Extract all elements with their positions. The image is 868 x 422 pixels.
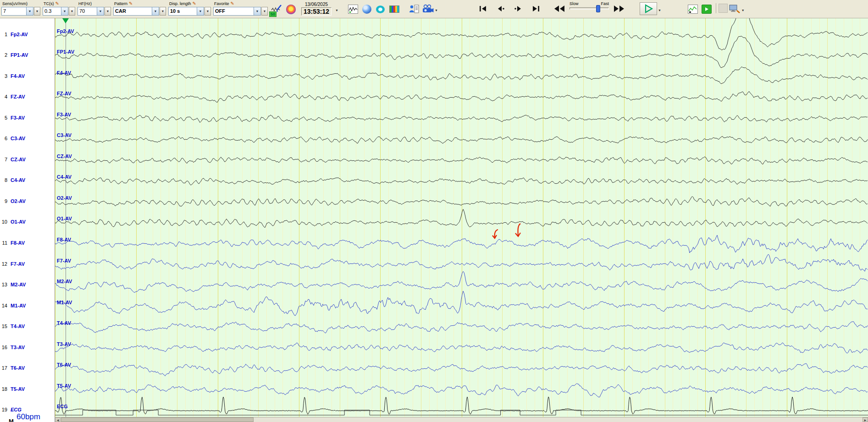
channel-row-CZ-AV[interactable]: 7CZ-AV [0,157,55,163]
edit-pencil-icon[interactable]: ✎ [193,1,196,6]
scroll-right-arrow-icon[interactable]: ▶ [862,417,868,422]
speed-slider-thumb[interactable] [596,5,600,12]
trace-label-F4-AV: F4-AV [57,70,71,76]
tc-s-history-button[interactable]: ▼ [69,7,75,16]
param-label-disp-length: Disp. length [168,1,191,6]
datetime-dropdown-icon[interactable]: ▼ [335,9,338,12]
trace-label-C4-AV: C4-AV [57,174,72,180]
chevron-down-icon[interactable]: ▼ [152,7,159,15]
channel-number: 19 [0,407,7,412]
edit-pencil-icon[interactable]: ✎ [129,1,133,6]
channel-row-T6-AV[interactable]: 17T6-AV [0,365,55,372]
channel-row-M1-AV[interactable]: 14M1-AV [0,303,55,309]
channel-row-ECG[interactable]: 19ECG [0,407,55,413]
channel-row-FP1-AV[interactable]: 2FP1-AV [0,52,55,59]
channel-row-O1-AV[interactable]: 10O1-AV [0,219,55,225]
channel-row-F3-AV[interactable]: 5F3-AV [0,115,55,121]
color-map-button[interactable] [284,3,297,16]
annotation-arrow-2-icon[interactable] [514,223,523,240]
toolbar-separator [716,3,716,13]
slow-label: Slow [569,1,579,6]
channel-row-T4-AV[interactable]: 15T4-AV [0,323,55,330]
channel-name-label: T6-AV [11,365,25,371]
step-back-button[interactable] [492,3,509,15]
eeg-trace-canvas[interactable] [55,18,868,417]
green-play-icon [702,5,712,14]
channel-number: 7 [0,157,7,162]
scroll-left-arrow-icon[interactable]: ◀ [55,417,61,422]
edit-pencil-icon[interactable]: ✎ [231,1,234,6]
time-cursor-marker-icon[interactable] [62,18,69,23]
right-toolbar-group: ▼ [686,0,746,16]
video-options-dropdown-icon[interactable]: ▼ [435,9,438,12]
workstation-settings-button[interactable] [728,3,741,16]
annotation-pen-button[interactable]: 50 [271,3,283,16]
tc-s-combobox[interactable]: 0.3▼ [43,7,68,16]
hf-hz-combobox[interactable]: 70▼ [77,7,104,16]
play-button[interactable] [640,2,657,15]
channel-row-C4-AV[interactable]: 8C4-AV [0,177,55,184]
sens-uv-mm-combobox[interactable]: 7▼ [1,7,33,16]
fast-rewind-button[interactable] [551,3,568,15]
combo-value: OFF [214,7,254,15]
chevron-down-icon[interactable]: ▼ [97,7,104,15]
step-forward-button[interactable] [510,3,526,15]
annotation-arrow-1-icon[interactable] [491,228,500,242]
toolbar: Sens(uV/mm)7▼▼TC(s)✎0.3▼▼HF(Hz)70▼▼Patte… [0,0,868,18]
horizontal-scrollbar[interactable]: ◀ ▶ [55,417,868,422]
scrollbar-thumb[interactable] [61,417,254,422]
channel-name-label: O1-AV [11,219,26,225]
channel-row-FZ-AV[interactable]: 4FZ-AV [0,94,55,100]
report-chart-button[interactable] [686,3,699,16]
channel-row-Fp2-AV[interactable]: 1Fp2-AV [0,32,55,38]
channel-row-F8-AV[interactable]: 11F8-AV [0,240,55,247]
skip-end-icon [531,5,540,12]
channel-row-T5-AV[interactable]: 18T5-AV [0,386,55,393]
channel-list: 60bpm M 1Fp2-AV2FP1-AV3F4-AV4FZ-AV5F3-AV… [0,18,55,422]
chevron-down-icon[interactable]: ▼ [26,7,33,15]
trace-label-ECG: ECG [57,404,68,409]
trace-label-FZ-AV: FZ-AV [57,91,72,96]
patient-info-button[interactable] [408,3,420,16]
more-tools-dropdown-icon[interactable]: ▼ [741,9,745,12]
auto-play-button[interactable] [700,3,713,16]
color-scale-button[interactable] [388,3,401,16]
sens-uv-mm-history-button[interactable]: ▼ [34,7,40,16]
chevron-down-icon[interactable]: ▼ [61,7,68,15]
pattern-combobox[interactable]: CAR▼ [113,7,159,16]
chevron-down-icon[interactable]: ▼ [197,7,204,15]
channel-name-label: F4-AV [11,73,25,79]
step-back-icon [496,5,505,12]
channel-number: 14 [0,303,7,308]
play-options-dropdown-icon[interactable]: ▼ [658,9,661,12]
channel-row-C3-AV[interactable]: 6C3-AV [0,136,55,142]
channel-row-M2-AV[interactable]: 13M2-AV [0,282,55,288]
param-bar: Sens(uV/mm)7▼▼TC(s)✎0.3▼▼HF(Hz)70▼▼Patte… [1,0,270,16]
channel-number: 1 [0,32,7,37]
video-button[interactable] [421,3,434,16]
chevron-down-icon[interactable]: ▼ [254,7,260,15]
favorite-combobox[interactable]: OFF▼ [213,7,261,16]
channel-row-F7-AV[interactable]: 12F7-AV [0,261,55,268]
speed-slider-track[interactable] [569,7,609,10]
channel-name-label: F3-AV [11,115,25,121]
hf-hz-history-button[interactable]: ▼ [105,7,111,16]
channel-number: 9 [0,198,7,204]
head-map-button[interactable] [360,3,373,16]
trace-label-F8-AV: F8-AV [57,237,71,242]
trend-chart-button[interactable] [347,3,359,16]
ring-map-button[interactable] [374,3,387,16]
channel-row-T3-AV[interactable]: 16T3-AV [0,345,55,351]
channel-row-F4-AV[interactable]: 3F4-AV [0,73,55,80]
disp-length-combobox[interactable]: 10 s▼ [168,7,204,16]
pattern-history-button[interactable]: ▼ [160,7,166,16]
skip-to-end-button[interactable] [527,3,544,15]
param-tc-s: TC(s)✎0.3▼▼ [43,0,75,16]
favorite-history-button[interactable]: ▼ [261,7,268,16]
edit-pencil-icon[interactable]: ✎ [55,1,59,6]
speed-controls: Slow Fast [551,0,628,15]
channel-row-O2-AV[interactable]: 9O2-AV [0,198,55,205]
disp-length-history-button[interactable]: ▼ [205,7,211,16]
skip-to-start-button[interactable] [475,3,492,15]
fast-forward-button[interactable] [611,3,627,15]
